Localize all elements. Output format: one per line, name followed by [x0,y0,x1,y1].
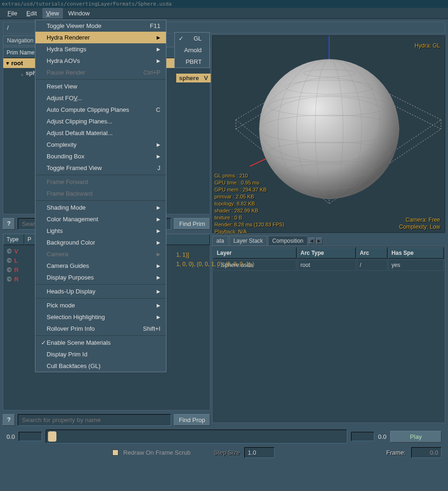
menubar: FFileile Edit View Window [0,8,448,19]
menu-display-prim-id[interactable]: Display Prim Id [35,348,166,360]
menu-reset-view[interactable]: Reset View [35,81,166,92]
frame-label: Frame: [386,449,406,456]
submenu-gl[interactable]: ✓GL [175,33,209,44]
time-start-input[interactable] [19,432,42,441]
value-fragment: 1, 0, 0), (0, 0, 1, 0), (0, 0, 0, 1) ) [176,261,254,267]
find-prop-button[interactable]: Find Prop [174,414,210,426]
title-bar: extras/usd/tutorials/convertingLayerForm… [0,0,448,8]
camera-label: Camera: Free [406,217,440,223]
time-start: 0.0 [7,433,15,440]
view-menu: Toggle Viewer ModeF11 Hydra Renderer▶ Hy… [35,20,166,372]
tab-navigation[interactable]: Navigation [3,35,38,46]
col-arc-type[interactable]: Arc Type [297,247,356,259]
menu-frame-forward[interactable]: Frame Forward [35,176,166,188]
hydra-renderer-submenu: ✓GL Arnold PBRT [174,32,210,68]
check-icon: ✓ [41,339,47,346]
tab-scroll-left[interactable]: ◀ [309,238,315,244]
complexity-label: Complexity: Low [399,224,440,230]
menu-hydra-aovs[interactable]: Hydra AOVs▶ [35,55,166,67]
submenu-pbrt[interactable]: PBRT [175,56,209,68]
copyright-icon: © [7,275,12,284]
menu-file[interactable]: FFileile [4,8,21,19]
prop-search-input[interactable] [18,414,171,426]
menu-view[interactable]: View [42,8,63,19]
redraw-label: Redraw On Frame Scrub [123,449,191,456]
tab-layer-stack[interactable]: Layer Stack [229,236,267,246]
menu-hud[interactable]: Heads-Up Display▶ [35,286,166,297]
step-size-label: Step Size [214,449,240,456]
composition-table: Layer Arc Type Arc Has Spe ⌞ Sphere.usda… [213,246,445,272]
viewport-prim-label: sphere V [176,74,211,82]
menu-selection-highlighting[interactable]: Selection Highlighting▶ [35,311,166,323]
collapse-icon[interactable]: ▾ [6,60,9,67]
frame-input[interactable]: 0.0 [411,447,441,458]
copyright-icon: © [7,256,12,266]
help-button-prim[interactable]: ? [3,218,15,230]
menu-pick-mode[interactable]: Pick mode▶ [35,300,166,311]
menu-hydra-settings[interactable]: Hydra Settings▶ [35,43,166,55]
menu-adjust-fov[interactable]: Adjust FOV... [35,92,166,104]
menu-color-management[interactable]: Color Management▶ [35,213,166,225]
time-end: 0.0 [378,433,386,440]
col-arc[interactable]: Arc [357,247,387,259]
check-icon: ✓ [179,35,184,42]
redraw-checkbox[interactable] [112,450,118,456]
timeline-thumb[interactable] [48,431,56,442]
copyright-icon: © [7,266,12,275]
menu-pause-render[interactable]: Pause RenderCtrl+P [35,67,166,78]
col-layer[interactable]: Layer [214,247,296,259]
menu-background-color[interactable]: Background Color▶ [35,237,166,248]
menu-enable-scene-materials[interactable]: ✓Enable Scene Materials [35,337,166,348]
menu-frame-backward[interactable]: Frame Backward [35,188,166,199]
menu-toggle-framed[interactable]: Toggle Framed ViewJ [35,162,166,174]
find-prim-button[interactable]: Find Prim [174,218,210,230]
menu-camera[interactable]: Camera▶ [35,248,166,260]
menu-adjust-material[interactable]: Adjust Default Material... [35,127,166,139]
submenu-arnold[interactable]: Arnold [175,44,209,56]
viewport-stats: GL prims : 210 GPU time : 0.95 ms GPU me… [214,172,284,235]
tab-metadata[interactable]: ata [212,236,228,246]
col-has-spe[interactable]: Has Spe [388,247,444,259]
renderer-label: Hydra: GL [414,42,440,49]
time-end-input[interactable] [351,432,374,441]
menu-display-purposes[interactable]: Display Purposes▶ [35,272,166,283]
menu-adjust-clip[interactable]: Adjust Clipping Planes... [35,116,166,127]
tab-scroll-right[interactable]: ▶ [316,238,323,244]
menu-camera-guides[interactable]: Camera Guides▶ [35,260,166,272]
tab-composition[interactable]: Composition [268,236,308,246]
play-button[interactable]: Play [390,431,441,443]
menu-window[interactable]: Window [64,8,93,19]
menu-shading-mode[interactable]: Shading Mode▶ [35,202,166,213]
menu-toggle-viewer[interactable]: Toggle Viewer ModeF11 [35,20,166,32]
menu-rollover-prim-info[interactable]: Rollover Prim InfoShift+I [35,323,166,334]
menu-lights[interactable]: Lights▶ [35,225,166,237]
help-button-prop[interactable]: ? [3,414,15,426]
timeline-slider[interactable] [46,430,347,443]
menu-auto-clip[interactable]: Auto Compute Clipping PlanesC [35,104,166,116]
value-fragment: 1, 1)] [176,252,189,258]
tree-branch-icon: ⌞ [21,69,24,76]
copyright-icon: © [7,247,12,256]
type-header[interactable]: Type [3,234,24,245]
menu-edit[interactable]: Edit [23,8,41,19]
menu-bounding-box[interactable]: Bounding Box▶ [35,150,166,162]
menu-cull-backfaces[interactable]: Cull Backfaces (GL) [35,360,166,372]
step-size-input[interactable]: 1.0 [244,447,275,458]
menu-complexity[interactable]: Complexity▶ [35,139,166,150]
menu-hydra-renderer[interactable]: Hydra Renderer▶ [35,32,166,43]
